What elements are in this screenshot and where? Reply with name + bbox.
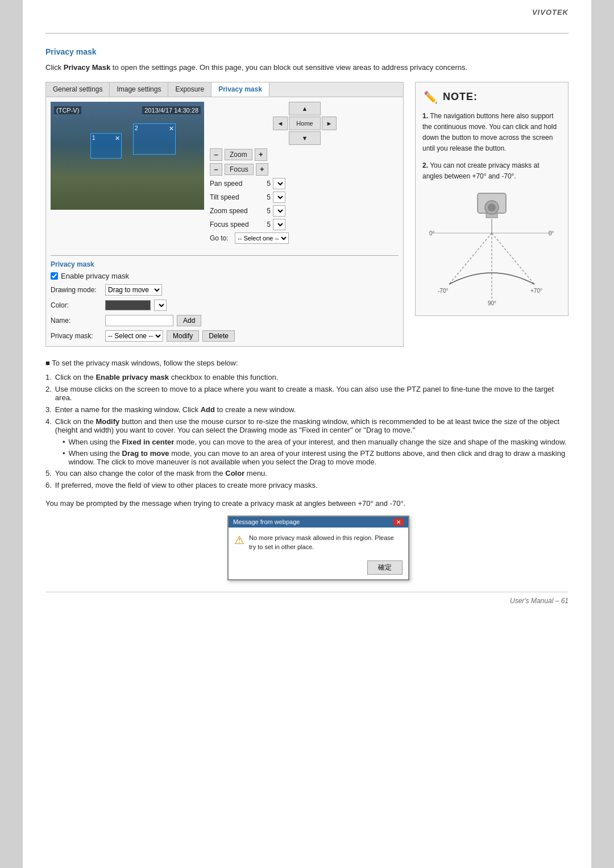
dialog-screenshot: Message from webpage ✕ ⚠ No more privacy…	[227, 516, 409, 580]
brand-label: VIVOTEK	[532, 8, 569, 16]
note-header: ✏️ NOTE:	[422, 89, 561, 105]
tab-image-settings[interactable]: Image settings	[110, 82, 168, 97]
note-title: NOTE:	[443, 91, 478, 103]
ptz-focus-plus-btn[interactable]: +	[256, 163, 268, 176]
mask1-close-icon[interactable]: ✕	[115, 135, 120, 142]
enable-privacy-mask-label: Enable privacy mask	[61, 272, 129, 280]
ptz-controls: ▲ ◄ Home ► ▼ –	[210, 102, 399, 246]
ptz-focus-minus-btn[interactable]: –	[210, 163, 222, 176]
steps-intro: ■ To set the privacy mask windows, follo…	[45, 357, 569, 369]
tab-privacy-mask[interactable]: Privacy mask	[211, 82, 269, 97]
mask-box-2[interactable]: 2 ✕	[133, 123, 176, 155]
pan-speed-row: Pan speed 5 5	[210, 178, 399, 189]
zoom-speed-select[interactable]: 5	[273, 205, 285, 217]
svg-text:0°: 0°	[549, 230, 554, 236]
diagram-area: 0° 0° -70° +70° 90°	[422, 188, 561, 309]
tilt-speed-select[interactable]: 5	[273, 192, 285, 203]
intro-text: Click Privacy Mask to open the settings …	[45, 62, 569, 74]
tilt-speed-label: Tilt speed	[210, 193, 252, 201]
tab-exposure[interactable]: Exposure	[168, 82, 211, 97]
tabs-bar: General settings Image settings Exposure…	[46, 82, 403, 97]
drawing-mode-row: Drawing mode: Drag to move	[51, 284, 399, 296]
enable-privacy-mask-checkbox[interactable]	[51, 272, 58, 280]
section-title: Privacy mask	[45, 47, 569, 56]
focus-speed-select[interactable]: 5	[273, 219, 285, 230]
privacy-mask-section-title: Privacy mask	[51, 260, 399, 268]
dialog-message: No more privacy mask allowed in this reg…	[249, 533, 403, 552]
dialog-titlebar: Message from webpage ✕	[229, 517, 408, 528]
ptz-down-btn[interactable]: ▼	[289, 131, 321, 145]
ptz-up-btn[interactable]: ▲	[289, 102, 321, 115]
dialog-ok-btn[interactable]: 確定	[367, 560, 403, 575]
privacy-mask-select[interactable]: -- Select one --	[105, 330, 163, 342]
dialog-warning-icon: ⚠	[234, 533, 244, 547]
camera-view: (TCP-V) 2013/4/17 14:30:28 1 ✕ 2 ✕	[51, 102, 204, 210]
privacy-mask-section: Privacy mask Enable privacy mask Drawing…	[51, 255, 399, 342]
ptz-focus-row: – Focus +	[210, 163, 399, 176]
drawing-mode-select[interactable]: Drag to move	[105, 284, 162, 296]
zoom-speed-label: Zoom speed	[210, 207, 252, 215]
outro-text: You may be prompted by the message when …	[45, 497, 569, 510]
ptz-zoom-minus-btn[interactable]: –	[210, 148, 222, 161]
mask-box-1[interactable]: 1 ✕	[90, 133, 122, 159]
dialog-footer: 確定	[229, 558, 408, 579]
step-4: 4. Click on the Modify button and then u…	[45, 417, 569, 434]
pan-speed-select[interactable]: 5	[273, 178, 285, 189]
panel-body: (TCP-V) 2013/4/17 14:30:28 1 ✕ 2 ✕	[46, 97, 403, 251]
enable-privacy-mask-row: Enable privacy mask	[51, 272, 399, 280]
drawing-mode-label: Drawing mode:	[51, 286, 102, 294]
goto-row: Go to: -- Select one --	[210, 232, 399, 244]
tab-general-settings[interactable]: General settings	[46, 82, 110, 97]
note-icon: ✏️	[422, 89, 438, 105]
svg-text:90°: 90°	[488, 300, 496, 306]
sub-bullet-1: • When using the Fixed in center mode, y…	[45, 438, 569, 446]
mask2-num: 2	[135, 125, 138, 131]
focus-speed-value: 5	[255, 221, 271, 229]
tilt-speed-row: Tilt speed 5 5	[210, 192, 399, 203]
note-item-2: 2. You can not create privacy masks at a…	[422, 160, 561, 182]
privacy-mask-select-label: Privacy mask:	[51, 332, 102, 340]
delete-button[interactable]: Delete	[202, 330, 235, 342]
camera-label: (TCP-V)	[54, 106, 81, 114]
settings-panel: General settings Image settings Exposure…	[45, 82, 404, 347]
settings-panel-area: General settings Image settings Exposure…	[45, 82, 404, 347]
dialog-body: ⚠ No more privacy mask allowed in this r…	[229, 528, 408, 558]
pan-speed-value: 5	[255, 180, 271, 188]
ptz-zoom-row: – Zoom +	[210, 148, 399, 161]
step-6: 6. If preferred, move the field of view …	[45, 481, 569, 489]
focus-speed-label: Focus speed	[210, 221, 252, 229]
mask1-num: 1	[92, 135, 96, 141]
camera-scene	[51, 102, 204, 210]
zoom-speed-value: 5	[255, 207, 271, 215]
modify-button[interactable]: Modify	[167, 330, 199, 342]
zoom-speed-row: Zoom speed 5 5	[210, 205, 399, 217]
goto-label: Go to:	[210, 234, 233, 242]
color-swatch	[105, 300, 151, 310]
ptz-home-btn[interactable]: Home	[289, 117, 321, 130]
camera-datetime: 2013/4/17 14:30:28	[142, 106, 201, 114]
name-input[interactable]	[105, 315, 173, 326]
ptz-zoom-label: Zoom	[225, 149, 252, 160]
goto-select[interactable]: -- Select one --	[235, 232, 289, 244]
ptz-zoom-plus-btn[interactable]: +	[255, 148, 267, 161]
ptz-right-btn[interactable]: ►	[322, 117, 337, 130]
svg-text:0°: 0°	[429, 230, 435, 236]
svg-text:+70°: +70°	[530, 288, 542, 294]
note-area: ✏️ NOTE: 1. The navigation buttons here …	[415, 82, 569, 347]
ptz-focus-label: Focus	[225, 164, 254, 175]
name-row: Name: Add	[51, 315, 399, 326]
color-select[interactable]	[154, 300, 167, 311]
note-item-1: 1. The navigation buttons here also supp…	[422, 111, 561, 155]
dialog-close-btn[interactable]: ✕	[393, 518, 404, 526]
mask2-close-icon[interactable]: ✕	[169, 125, 174, 132]
add-button[interactable]: Add	[177, 315, 201, 326]
angle-diagram: 0° 0° -70° +70° 90°	[426, 188, 557, 307]
sub-bullet-2: • When using the Drag to move mode, you …	[45, 449, 569, 466]
tilt-speed-value: 5	[255, 193, 271, 201]
pan-speed-label: Pan speed	[210, 180, 252, 188]
ptz-left-btn[interactable]: ◄	[273, 117, 288, 130]
svg-text:-70°: -70°	[438, 288, 448, 294]
page-footer: User's Manual – 61	[45, 592, 569, 605]
note-box: ✏️ NOTE: 1. The navigation buttons here …	[415, 82, 569, 316]
privacy-mask-row: Privacy mask: -- Select one -- Modify De…	[51, 330, 399, 342]
